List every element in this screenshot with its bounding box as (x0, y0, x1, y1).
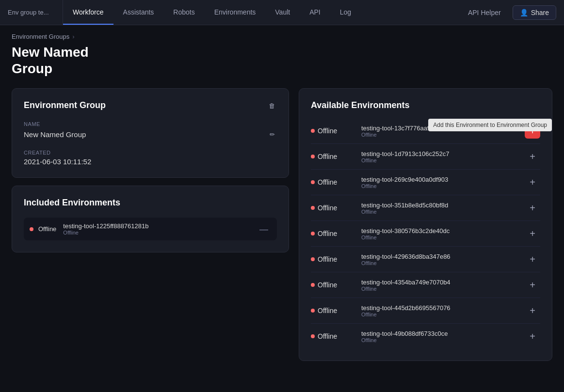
person-icon: 👤 (520, 9, 528, 16)
env-offline-label: Offline (318, 204, 337, 212)
table-row: Offline testing-tool-429636d8ba347e86 Of… (311, 247, 540, 272)
api-helper-button[interactable]: API Helper (462, 6, 507, 19)
status-dot-icon (311, 180, 315, 184)
env-row-info-2: testing-tool-269c9e400a0df903 Offline (361, 176, 520, 189)
env-offline-label: Offline (318, 230, 337, 237)
created-label: Created (24, 150, 277, 156)
env-row-info-7: testing-tool-445d2b6695567076 Offline (361, 304, 520, 317)
table-row: Offline testing-tool-49b088df6733c0ce Of… (311, 324, 540, 349)
tab-robots[interactable]: Robots (163, 0, 204, 25)
add-env-button-8[interactable]: + (525, 329, 540, 344)
env-row-sub: Offline (361, 260, 520, 266)
env-offline-label: Offline (318, 307, 337, 314)
env-row-name: testing-tool-351b8e8d5c80bf8d (361, 202, 520, 209)
env-group-card: Environment Group 🗑 Name New Named Group… (12, 88, 289, 178)
status-dot-icon (311, 309, 315, 313)
env-row-sub: Offline (361, 337, 520, 343)
status-dot-icon (311, 334, 315, 338)
add-env-button-3[interactable]: + (525, 200, 540, 216)
delete-button[interactable]: 🗑 (267, 100, 277, 111)
env-row-sub: Offline (361, 235, 520, 240)
env-row-name: testing-tool-49b088df6733c0ce (361, 330, 520, 337)
env-group-card-header: Environment Group 🗑 (24, 100, 277, 111)
delete-icon: 🗑 (269, 102, 275, 110)
env-row-status-7: Offline (311, 307, 355, 314)
env-row-status-2: Offline (311, 178, 355, 186)
included-environments-title: Included Environments (24, 198, 120, 208)
env-row-name: testing-tool-429636d8ba347e86 (361, 253, 520, 260)
edit-icon: ✏ (270, 131, 275, 138)
env-row-info-3: testing-tool-351b8e8d5c80bf8d Offline (361, 202, 520, 215)
tab-log[interactable]: Log (330, 0, 361, 25)
env-row-name: testing-tool-1d7913c106c252c7 (361, 150, 520, 157)
included-environments-header: Included Environments (24, 198, 277, 208)
add-env-button-0[interactable]: + (525, 123, 540, 139)
breadcrumb-chevron-icon: › (72, 33, 74, 40)
env-row-name: testing-tool-13c7f776aa944b3a (361, 125, 520, 132)
name-value: New Named Group (24, 130, 86, 139)
env-row-status-6: Offline (311, 281, 355, 289)
add-env-button-4[interactable]: + (525, 226, 540, 241)
edit-name-button[interactable]: ✏ (268, 129, 277, 140)
env-group-card-title: Environment Group (24, 100, 106, 110)
included-env-info: testing-tool-1225ff888761281b Offline (63, 222, 252, 235)
env-offline-label: Offline (318, 332, 337, 340)
left-panel: Environment Group 🗑 Name New Named Group… (12, 88, 289, 361)
env-row-sub: Offline (361, 157, 520, 163)
page-title: New NamedGroup (0, 44, 564, 88)
table-row: Offline testing-tool-351b8e8d5c80bf8d Of… (311, 195, 540, 221)
env-offline-label: Offline (318, 255, 337, 263)
env-row-info-0: testing-tool-13c7f776aa944b3a Offline (361, 125, 520, 138)
env-row-name: testing-tool-445d2b6695567076 (361, 304, 520, 312)
tab-workforce[interactable]: Workforce (63, 0, 113, 25)
env-offline-label: Offline (318, 178, 337, 186)
name-field-group: Name New Named Group ✏ (24, 121, 277, 140)
env-row-info-1: testing-tool-1d7913c106c252c7 Offline (361, 150, 520, 163)
included-item: Offline testing-tool-1225ff888761281b Of… (24, 218, 277, 240)
table-row: Offline testing-tool-269c9e400a0df903 Of… (311, 170, 540, 195)
env-row-status-0: Offline (311, 127, 355, 135)
share-button[interactable]: 👤 Share (513, 5, 556, 20)
env-offline-label: Offline (318, 281, 337, 289)
table-row: Offline testing-tool-1d7913c106c252c7 Of… (311, 144, 540, 170)
main-content: Environment Group 🗑 Name New Named Group… (0, 88, 564, 373)
topnav: Env group te... Workforce Assistants Rob… (0, 0, 564, 25)
env-row-sub: Offline (361, 312, 520, 317)
add-env-button-7[interactable]: + (525, 303, 540, 318)
add-env-button-2[interactable]: + (525, 174, 540, 190)
available-environments-title: Available Environments (311, 100, 540, 110)
brand-label: Env group te... (0, 0, 63, 25)
tab-api[interactable]: API (300, 0, 330, 25)
right-panel: Available Environments Add this Environm… (299, 88, 552, 361)
status-dot-icon (311, 155, 315, 158)
included-status-label: Offline (38, 225, 56, 233)
add-env-button-5[interactable]: + (525, 251, 540, 267)
env-offline-label: Offline (318, 153, 337, 160)
included-env-sub: Offline (63, 230, 252, 235)
env-row-status-3: Offline (311, 204, 355, 212)
tab-vault[interactable]: Vault (265, 0, 300, 25)
breadcrumb: Environment Groups › (0, 25, 564, 44)
tab-environments[interactable]: Environments (205, 0, 266, 25)
table-row: Offline testing-tool-4354ba749e7070b4 Of… (311, 272, 540, 298)
add-env-button-1[interactable]: + (525, 149, 540, 164)
remove-env-button[interactable]: — (257, 224, 271, 235)
env-row-sub: Offline (361, 132, 520, 138)
env-row-status-1: Offline (311, 153, 355, 160)
status-dot-icon (311, 283, 315, 287)
table-row: Offline testing-tool-380576b3c2de40dc Of… (311, 221, 540, 247)
available-environments-list: Offline testing-tool-13c7f776aa944b3a Of… (311, 118, 540, 349)
env-row-info-4: testing-tool-380576b3c2de40dc Offline (361, 227, 520, 240)
env-row-status-8: Offline (311, 332, 355, 340)
add-env-button-6[interactable]: + (525, 277, 540, 293)
env-row-name: testing-tool-269c9e400a0df903 (361, 176, 520, 183)
table-row: Offline testing-tool-13c7f776aa944b3a Of… (311, 118, 540, 144)
env-row-name: testing-tool-380576b3c2de40dc (361, 227, 520, 235)
env-row-name: testing-tool-4354ba749e7070b4 (361, 279, 520, 286)
env-row-status-4: Offline (311, 230, 355, 237)
env-row-sub: Offline (361, 286, 520, 292)
env-offline-label: Offline (318, 127, 337, 135)
tab-assistants[interactable]: Assistants (113, 0, 164, 25)
breadcrumb-parent[interactable]: Environment Groups (12, 33, 69, 40)
created-value: 2021-06-03 10:11:52 (24, 157, 277, 166)
